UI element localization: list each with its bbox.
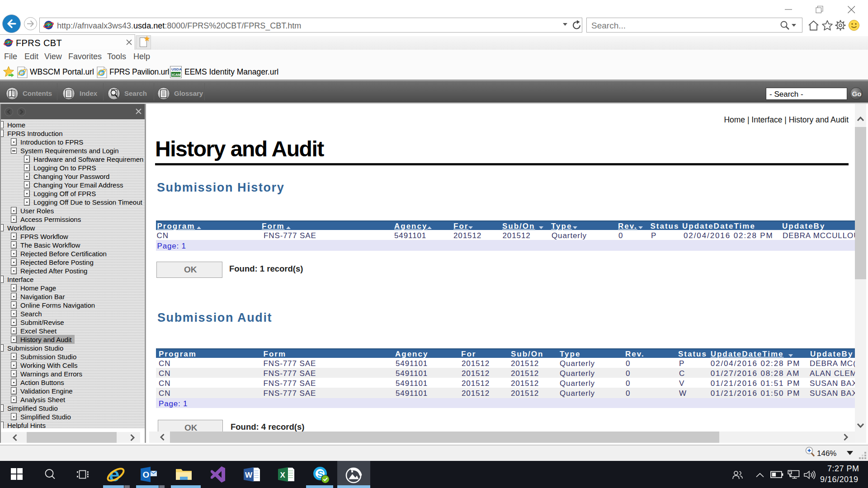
svg-text:W: W — [245, 471, 253, 479]
svg-text:X: X — [280, 471, 286, 479]
svg-text:ICAM: ICAM — [172, 73, 181, 77]
svg-text:USDA: USDA — [171, 67, 182, 71]
svg-text:O: O — [143, 470, 150, 479]
